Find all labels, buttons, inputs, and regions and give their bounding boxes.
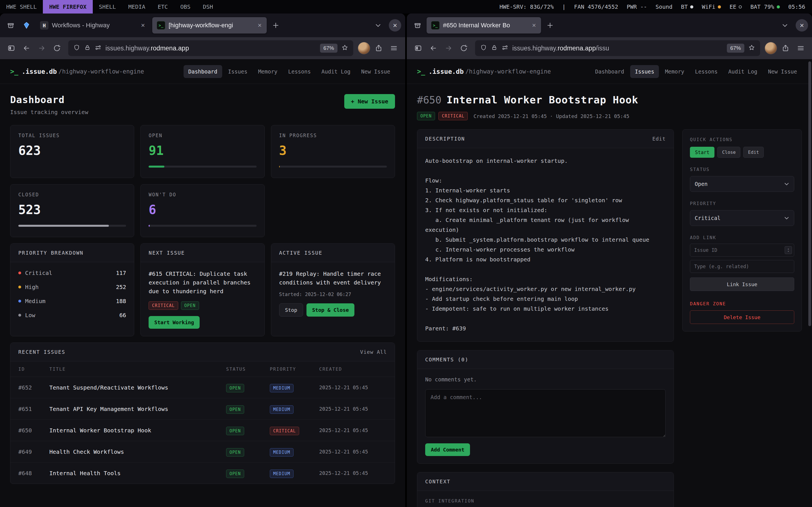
- close-issue-button[interactable]: Close: [717, 147, 741, 158]
- back-button[interactable]: [426, 41, 440, 55]
- nav-audit-log[interactable]: Audit Log: [317, 65, 355, 78]
- nav-memory[interactable]: Memory: [660, 65, 689, 78]
- stat-label: OPEN: [149, 133, 256, 138]
- tab-list-chevron-icon[interactable]: [778, 18, 792, 32]
- start-button[interactable]: Start: [690, 147, 714, 158]
- nav-dashboard[interactable]: Dashboard: [591, 65, 629, 78]
- stop-close-button[interactable]: Stop & Close: [306, 303, 354, 317]
- table-row[interactable]: #648 Internal Health Tools OPEN MEDIUM 2…: [10, 462, 395, 484]
- firefox-view-icon[interactable]: [4, 41, 18, 55]
- nav-new-issue[interactable]: New Issue: [763, 65, 802, 78]
- workspace-tab-obs[interactable]: OBS: [174, 0, 197, 13]
- comment-input[interactable]: [425, 389, 666, 437]
- menu-icon[interactable]: [794, 41, 808, 55]
- context-card: CONTEXT GIT INTEGRATION Branch: [417, 472, 674, 507]
- lock-icon[interactable]: [84, 44, 91, 52]
- nav-lessons[interactable]: Lessons: [690, 65, 722, 78]
- forward-button[interactable]: [35, 41, 49, 55]
- workspace-tab-shell[interactable]: SHELL: [93, 0, 122, 13]
- archive-box-icon[interactable]: [4, 18, 17, 32]
- edit-description-link[interactable]: Edit: [652, 136, 666, 142]
- active-issue-title[interactable]: #219 Replay: Handle timer race condition…: [279, 270, 387, 287]
- lock-icon[interactable]: [491, 44, 498, 52]
- site-favicon: H: [40, 21, 49, 30]
- profile-avatar[interactable]: [765, 42, 777, 54]
- new-issue-button[interactable]: + New Issue: [344, 94, 395, 109]
- clock: 05:56: [788, 3, 805, 10]
- workspace-tab-hwe-shell[interactable]: HWE SHELL: [0, 0, 43, 13]
- reload-button[interactable]: [50, 41, 64, 55]
- tracking-protection-shield-icon[interactable]: [73, 44, 80, 52]
- workspace-tab-media[interactable]: MEDIA: [122, 0, 151, 13]
- window-close-button[interactable]: ×: [796, 19, 808, 32]
- app-title[interactable]: .issue.db: [428, 68, 464, 75]
- zoom-indicator[interactable]: 67%: [320, 44, 338, 53]
- browser-tab-issue-650[interactable]: >_ #650 Internal Worker Bo ×: [426, 17, 541, 34]
- number-stepper-icon[interactable]: ▴▾: [784, 246, 792, 254]
- stat-in-progress: IN PROGRESS 3: [271, 125, 395, 178]
- chevron-down-icon: [783, 180, 790, 187]
- link-type-input[interactable]: [690, 260, 794, 273]
- menu-icon[interactable]: [387, 41, 401, 55]
- url-bar[interactable]: issues.highway.rodmena.app 67%: [68, 40, 353, 56]
- issue-id-input[interactable]: [690, 244, 794, 257]
- browser-tab-active-engine[interactable]: >_ [highway-workflow-engi ×: [152, 17, 267, 34]
- tab-close-icon[interactable]: ×: [257, 21, 262, 29]
- share-icon[interactable]: [779, 41, 792, 55]
- browser-tab-workflows[interactable]: H Workflows - Highway ×: [36, 17, 150, 34]
- bookmark-star-icon[interactable]: [342, 44, 348, 52]
- back-button[interactable]: [20, 41, 33, 55]
- nav-issues[interactable]: Issues: [223, 65, 252, 78]
- nav-dashboard[interactable]: Dashboard: [184, 65, 222, 78]
- share-icon[interactable]: [372, 41, 386, 55]
- new-tab-button[interactable]: [269, 18, 283, 32]
- nav-memory[interactable]: Memory: [253, 65, 282, 78]
- app-title[interactable]: .issue.db: [22, 68, 57, 75]
- profile-avatar[interactable]: [358, 42, 370, 54]
- firefox-view-icon[interactable]: [411, 41, 425, 55]
- view-all-link[interactable]: View All: [360, 349, 387, 355]
- tab-close-icon[interactable]: ×: [140, 21, 146, 29]
- add-comment-button[interactable]: Add Comment: [425, 443, 470, 456]
- permissions-toggles-icon[interactable]: [502, 44, 508, 52]
- status-badge: OPEN: [417, 112, 435, 120]
- reload-button[interactable]: [457, 41, 470, 55]
- nav-issues[interactable]: Issues: [630, 65, 659, 78]
- archive-box-icon[interactable]: [411, 18, 424, 32]
- nav-new-issue[interactable]: New Issue: [356, 65, 395, 78]
- tab-list-chevron-icon[interactable]: [371, 18, 385, 32]
- tab-close-icon[interactable]: ×: [531, 21, 537, 29]
- edit-issue-button[interactable]: Edit: [743, 147, 764, 158]
- permissions-toggles-icon[interactable]: [95, 44, 101, 52]
- url-bar[interactable]: issues.highway.rodmena.app/issu 67%: [475, 40, 760, 56]
- priority-select[interactable]: Critical: [690, 210, 794, 226]
- stop-button[interactable]: Stop: [279, 303, 303, 317]
- bookmark-star-icon[interactable]: [748, 44, 755, 52]
- new-tab-button[interactable]: [543, 18, 557, 32]
- workspace-tab-hwe-firefox[interactable]: HWE FIREFOX: [43, 0, 93, 13]
- nav-audit-log[interactable]: Audit Log: [723, 65, 762, 78]
- workspace-tab-dsh[interactable]: DSH: [197, 0, 219, 13]
- status-select[interactable]: Open: [690, 176, 794, 192]
- zoom-indicator[interactable]: 67%: [727, 44, 744, 53]
- server-stats: HWE-SRV: 83G/72%: [499, 3, 554, 10]
- gem-extension-icon[interactable]: [20, 18, 33, 32]
- table-row[interactable]: #650 Internal Worker Bootstrap Hook OPEN…: [10, 419, 395, 441]
- table-row[interactable]: #651 Tenant API Key Management Workflows…: [10, 398, 395, 419]
- delete-issue-button[interactable]: Delete Issue: [690, 311, 794, 324]
- next-issue-title[interactable]: #615 CRITICAL: Duplicate task execution …: [149, 270, 256, 296]
- issue-main-column: DESCRIPTION Edit Auto-bootstrap on inter…: [417, 129, 674, 507]
- window-close-button[interactable]: ×: [389, 19, 401, 32]
- high-dot-icon: [18, 286, 21, 288]
- scrollbar[interactable]: [808, 61, 811, 326]
- table-row[interactable]: #652 Tenant Suspend/Reactivate Workflows…: [10, 377, 395, 398]
- link-issue-button[interactable]: Link Issue: [690, 277, 794, 291]
- workspace-tab-etc[interactable]: ETC: [151, 0, 174, 13]
- terminal-favicon: >_: [431, 21, 440, 30]
- nav-lessons[interactable]: Lessons: [283, 65, 315, 78]
- tracking-protection-shield-icon[interactable]: [480, 44, 487, 52]
- start-working-button[interactable]: Start Working: [149, 316, 200, 329]
- table-row[interactable]: #649 Health Check Workflows OPEN MEDIUM …: [10, 441, 395, 462]
- forward-button[interactable]: [442, 41, 455, 55]
- stat-open: OPEN 91: [140, 125, 264, 178]
